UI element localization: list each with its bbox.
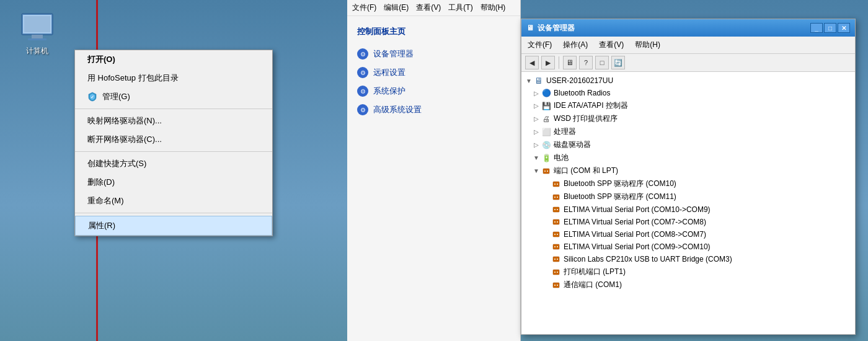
forward-button[interactable]: ▶ [541, 56, 555, 69]
tree-item-cpu[interactable]: ▷ ⬜ 处理器 [521, 125, 855, 138]
tree-root[interactable]: ▼ 🖥 USER-20160217UU [521, 74, 855, 87]
svg-rect-6 [543, 169, 549, 174]
svg-rect-24 [553, 244, 559, 249]
eltima-2-expand [541, 217, 551, 227]
tree-item-silabs[interactable]: Silicon Labs CP210x USB to UART Bridge (… [521, 253, 855, 265]
sys-menu-view[interactable]: 查看(V) [416, 2, 441, 13]
context-menu-disconnect[interactable]: 断开网络驱动器(C)... [75, 130, 272, 149]
devmgr-window: 🖥 设备管理器 _ □ ✕ 文件(F) 操作(A) 查看(V) 帮助(H) ◀ … [521, 19, 856, 335]
context-menu-open[interactable]: 打开(O) [75, 50, 272, 69]
sys-menu-tools[interactable]: 工具(T) [448, 2, 472, 13]
eltima-4-expand [541, 242, 551, 252]
lpt1-label: 打印机端口 (LPT1) [564, 267, 626, 277]
svg-point-28 [554, 259, 556, 260]
devmgr-menu-file[interactable]: 文件(F) [525, 38, 554, 51]
sys-menu-edit[interactable]: 编辑(E) [384, 2, 409, 13]
svg-point-10 [554, 184, 556, 185]
titlebar-left: 🖥 设备管理器 [526, 23, 575, 33]
context-menu-delete[interactable]: 删除(D) [75, 173, 272, 192]
svg-point-14 [557, 197, 558, 198]
wsd-label: WSD 打印提供程序 [554, 113, 618, 124]
bt-com11-label: Bluetooth SPP 驱动程序 (COM11) [564, 192, 676, 202]
eltima-4-label: ELTIMA Virtual Serial Port (COM9->COM10) [564, 242, 711, 251]
tree-item-bt-com10[interactable]: Bluetooth SPP 驱动程序 (COM10) [521, 177, 855, 190]
ports-label: 端口 (COM 和 LPT) [554, 166, 618, 176]
devmgr-tree[interactable]: ▼ 🖥 USER-20160217UU ▷ 🔵 Bluetooth Radios… [521, 72, 855, 334]
context-menu-manage[interactable]: ✓ 管理(G) [75, 87, 272, 106]
svg-point-20 [557, 221, 558, 223]
svg-rect-3 [28, 38, 46, 40]
context-menu-rename[interactable]: 重命名(M) [75, 192, 272, 210]
desktop-icon-computer[interactable]: 计算机 [12, 12, 62, 56]
tree-item-bt-com11[interactable]: Bluetooth SPP 驱动程序 (COM11) [521, 190, 855, 203]
devmgr-menu-view[interactable]: 查看(V) [596, 38, 626, 51]
svg-point-23 [557, 234, 558, 235]
sys-link-advanced[interactable]: ⚙ 高级系统设置 [357, 100, 510, 119]
context-menu-properties[interactable]: 属性(R) [75, 216, 272, 236]
root-label: USER-20160217UU [546, 76, 613, 85]
tree-item-battery[interactable]: ▼ 🔋 电池 [521, 151, 855, 164]
cpu-icon: ⬜ [541, 127, 551, 137]
tree-item-hdd[interactable]: ▷ 💿 磁盘驱动器 [521, 138, 855, 151]
tree-item-eltima-1[interactable]: ELTIMA Virtual Serial Port (COM10->COM9) [521, 203, 855, 216]
sys-menu-help[interactable]: 帮助(H) [480, 2, 506, 13]
tree-item-eltima-4[interactable]: ELTIMA Virtual Serial Port (COM9->COM10) [521, 241, 855, 253]
tree-item-com1[interactable]: 通信端口 (COM1) [521, 278, 855, 291]
devmgr-menu-help[interactable]: 帮助(H) [632, 38, 663, 51]
eltima-4-icon [551, 242, 561, 252]
sys-panel: 文件(F) 编辑(E) 查看(V) 工具(T) 帮助(H) 控制面板主页 ⚙ 设… [347, 0, 521, 341]
close-button[interactable]: ✕ [838, 23, 850, 33]
computer-button[interactable]: 🖥 [563, 56, 577, 69]
svg-point-19 [554, 221, 556, 223]
svg-rect-33 [553, 283, 559, 288]
wsd-expand-icon: ▷ [531, 114, 541, 124]
tree-item-eltima-2[interactable]: ELTIMA Virtual Serial Port (COM7->COM8) [521, 216, 855, 228]
devmgr-menu-action[interactable]: 操作(A) [560, 38, 590, 51]
context-menu-hofosetup[interactable]: 用 HofoSetup 打包此目录 [75, 69, 272, 87]
context-menu-shortcut[interactable]: 创建快捷方式(S) [75, 154, 272, 173]
separator-1 [75, 108, 272, 109]
help-button[interactable]: ? [579, 56, 593, 69]
manage-label: 管理(G) [102, 91, 130, 102]
refresh-button[interactable]: 🔄 [611, 56, 625, 69]
eltima-2-icon [551, 217, 561, 227]
svg-point-16 [554, 209, 556, 210]
back-button[interactable]: ◀ [525, 56, 539, 69]
svg-point-34 [554, 285, 556, 286]
maximize-button[interactable]: □ [824, 23, 836, 33]
devmgr-toolbar: ◀ ▶ 🖥 ? □ 🔄 [521, 54, 855, 72]
separator-3 [75, 213, 272, 213]
bt-com10-label: Bluetooth SPP 驱动程序 (COM10) [564, 179, 676, 189]
ports-expand-icon: ▼ [531, 166, 541, 176]
eltima-1-icon [551, 205, 561, 215]
svg-rect-9 [553, 182, 559, 187]
sys-panel-menubar: 文件(F) 编辑(E) 查看(V) 工具(T) 帮助(H) [347, 0, 520, 16]
svg-point-32 [557, 272, 558, 273]
properties-button[interactable]: □ [595, 56, 609, 69]
tree-item-wsd[interactable]: ▷ 🖨 WSD 打印提供程序 [521, 112, 855, 125]
sys-menu-file[interactable]: 文件(F) [352, 2, 376, 13]
sys-link-remote[interactable]: ⚙ 远程设置 [357, 63, 510, 82]
sys-link-sysprot[interactable]: ⚙ 系统保护 [357, 82, 510, 100]
tree-item-ide[interactable]: ▷ 💾 IDE ATA/ATAPI 控制器 [521, 99, 855, 112]
svg-point-17 [557, 209, 558, 210]
silabs-icon [551, 254, 561, 264]
bt-com10-expand [541, 179, 551, 189]
tree-item-ports[interactable]: ▼ 端口 (COM 和 LPT) [521, 164, 855, 177]
eltima-1-label: ELTIMA Virtual Serial Port (COM10->COM9) [564, 205, 711, 214]
silabs-expand [541, 254, 551, 264]
tree-item-lpt1[interactable]: 打印机端口 (LPT1) [521, 265, 855, 278]
tree-item-bluetooth[interactable]: ▷ 🔵 Bluetooth Radios [521, 87, 855, 99]
svg-point-11 [557, 184, 558, 185]
svg-rect-12 [553, 195, 559, 200]
context-menu-map-drive[interactable]: 映射网络驱动器(N)... [75, 112, 272, 130]
desktop-icon-label: 计算机 [26, 46, 48, 56]
cpu-label: 处理器 [554, 126, 576, 137]
ide-expand-icon: ▷ [531, 101, 541, 111]
tree-item-eltima-3[interactable]: ELTIMA Virtual Serial Port (COM8->COM7) [521, 228, 855, 241]
sys-panel-content: 控制面板主页 ⚙ 设备管理器 ⚙ 远程设置 ⚙ 系统保护 [347, 16, 520, 341]
svg-point-8 [547, 170, 548, 172]
minimize-button[interactable]: _ [810, 23, 823, 33]
sys-link-devmgr[interactable]: ⚙ 设备管理器 [357, 45, 510, 63]
battery-expand-icon: ▼ [531, 153, 541, 163]
